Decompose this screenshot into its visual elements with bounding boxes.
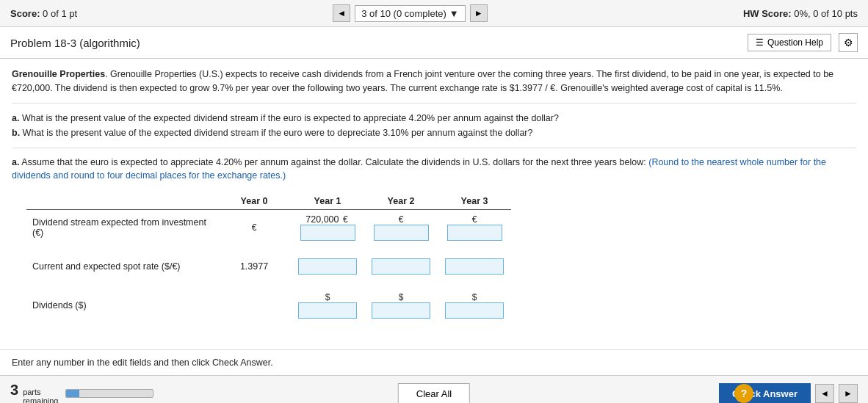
problem-bold: Grenouille Properties — [12, 69, 105, 79]
check-answer-button[interactable]: Check Answer — [719, 383, 811, 403]
dividends-usd-y3-input[interactable] — [445, 302, 504, 319]
dividends-usd-year2-cell: $ — [364, 288, 438, 323]
nav-center: ◄ 3 of 10 (0 complete) ▼ ► — [333, 4, 488, 22]
spot-rate-label: Current and expected spot rate ($/€) — [26, 254, 217, 279]
euro-icon-y3: € — [471, 214, 479, 225]
progress-fill — [66, 390, 79, 397]
problem-body: . Grenouille Properties (U.S.) expects t… — [12, 69, 833, 93]
dividend-year2-cell: € — [364, 210, 438, 246]
score-value: 0 of 1 pt — [43, 8, 77, 19]
spot-rate-year0: 1.3977 — [217, 254, 291, 279]
footer-center: Clear All — [398, 383, 470, 403]
dividends-usd-year3-cell: $ — [438, 288, 511, 323]
spot-rate-y0-value: 1.3977 — [240, 261, 268, 272]
dollar-icon-y1: $ — [324, 292, 332, 302]
col-label-header — [26, 193, 217, 210]
spot-rate-y3-input[interactable] — [445, 258, 504, 275]
problem-title: Problem 18-3 (algorithmic) — [10, 37, 140, 49]
footer-left: 3 parts remaining — [10, 382, 153, 403]
col-year1-header: Year 1 — [291, 193, 364, 210]
gear-icon: ⚙ — [844, 37, 853, 48]
hw-score-section: HW Score: 0%, 0 of 10 pts — [743, 8, 858, 19]
parts-label: parts — [23, 388, 58, 396]
sub-q-a-label: a. — [12, 113, 19, 123]
clear-all-button[interactable]: Clear All — [398, 383, 470, 403]
parts-remaining-label: remaining — [23, 396, 58, 403]
sub-q-a-text: What is the present value of the expecte… — [22, 113, 559, 123]
score-section: Score: 0 of 1 pt — [10, 8, 77, 19]
table-header-row: Year 0 Year 1 Year 2 Year 3 — [26, 193, 511, 210]
footer: 3 parts remaining Clear All Check Answer… — [0, 375, 868, 403]
nav-progress-label[interactable]: 3 of 10 (0 complete) ▼ — [355, 5, 466, 22]
problem-header: Problem 18-3 (algorithmic) ☰ Question He… — [0, 27, 868, 59]
problem-actions: ☰ Question Help ⚙ — [748, 33, 858, 52]
spot-rate-year1-cell — [291, 254, 364, 279]
sub-q-b-label: b. — [12, 128, 20, 138]
footer-nav-prev-button[interactable]: ◄ — [815, 384, 834, 403]
question-help-button[interactable]: ☰ Question Help — [748, 34, 831, 51]
spot-rate-year2-cell — [364, 254, 438, 279]
hw-score-label: HW Score: — [743, 8, 792, 19]
parts-counter: 3 parts remaining — [10, 382, 58, 403]
dividends-usd-row: Dividends ($) $ $ $ — [26, 288, 511, 323]
problem-text: Grenouille Properties. Grenouille Proper… — [12, 68, 856, 104]
spot-rate-y2-input[interactable] — [372, 258, 430, 275]
dividend-stream-row: Dividend stream expected from investment… — [26, 210, 511, 246]
dollar-icon-y2: $ — [397, 292, 405, 302]
settings-button[interactable]: ⚙ — [839, 33, 858, 52]
help-circle-icon[interactable]: ? — [734, 384, 753, 403]
dividend-y3-input[interactable] — [447, 225, 502, 241]
dividend-year0-cell: € — [217, 210, 291, 246]
spacer-row-2 — [26, 279, 511, 288]
bottom-info: Enter any number in the edit fields and … — [0, 349, 868, 375]
spot-rate-year3-cell — [438, 254, 511, 279]
col-year0-header: Year 0 — [217, 193, 291, 210]
list-icon: ☰ — [756, 37, 764, 48]
hw-score-value: 0%, 0 of 10 pts — [794, 8, 858, 19]
sub-questions: a. What is the present value of the expe… — [12, 111, 856, 148]
col-year2-header: Year 2 — [364, 193, 438, 210]
part-instruction: a. Assume that the euro is expected to a… — [12, 156, 856, 184]
top-bar: Score: 0 of 1 pt ◄ 3 of 10 (0 complete) … — [0, 0, 868, 27]
score-label: Score: — [10, 8, 40, 19]
part-a-text: Assume that the euro is expected to appr… — [21, 157, 646, 167]
dividends-usd-year0 — [217, 288, 291, 323]
dividend-stream-label: Dividend stream expected from investment… — [26, 210, 217, 246]
bottom-info-text: Enter any number in the edit fields and … — [12, 357, 273, 368]
dividends-usd-y2-input[interactable] — [372, 302, 430, 319]
nav-prev-button[interactable]: ◄ — [333, 4, 350, 22]
table-area: Year 0 Year 1 Year 2 Year 3 Dividend str… — [26, 193, 856, 323]
dividends-usd-label: Dividends ($) — [26, 288, 217, 323]
dividends-usd-y1-input[interactable] — [298, 302, 357, 319]
spot-rate-row: Current and expected spot rate ($/€) 1.3… — [26, 254, 511, 279]
dividend-y1-input[interactable] — [300, 225, 355, 241]
parts-text-group: parts remaining — [23, 388, 58, 403]
euro-icon-y2: € — [397, 214, 405, 225]
dividend-year1-cell: 720,000 € — [291, 210, 364, 246]
part-a-label: a. — [12, 157, 19, 167]
footer-nav-next-button[interactable]: ► — [839, 384, 858, 403]
parts-number: 3 — [10, 382, 18, 399]
dividend-table: Year 0 Year 1 Year 2 Year 3 Dividend str… — [26, 193, 511, 323]
progress-bar — [65, 389, 153, 398]
dollar-icon-y3: $ — [471, 292, 479, 302]
spacer-row-1 — [26, 245, 511, 254]
col-year3-header: Year 3 — [438, 193, 511, 210]
sub-q-b-text: What is the present value of the expecte… — [23, 128, 533, 138]
dividends-usd-year1-cell: $ — [291, 288, 364, 323]
euro-icon-y1: € — [341, 214, 350, 225]
dividend-y2-input[interactable] — [374, 225, 429, 241]
dividend-year3-cell: € — [438, 210, 511, 246]
spot-rate-y1-input[interactable] — [298, 258, 357, 275]
main-content: Grenouille Properties. Grenouille Proper… — [0, 59, 868, 344]
euro-icon-y0: € — [250, 222, 258, 233]
nav-next-button[interactable]: ► — [470, 4, 488, 22]
dividend-y1-value: 720,000 — [305, 214, 339, 225]
